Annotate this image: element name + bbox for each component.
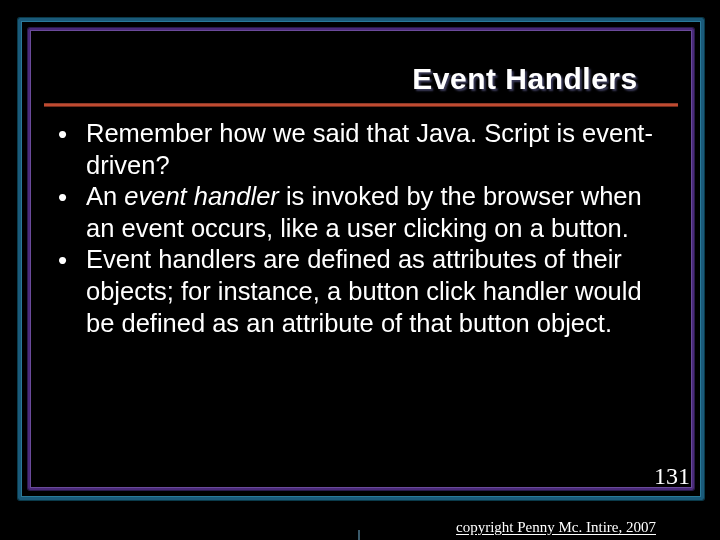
bullet-text: An	[86, 182, 124, 210]
list-item: An event handler is invoked by the brows…	[56, 181, 674, 244]
bullet-em: event handler	[124, 182, 279, 210]
slide-title: Event Handlers	[370, 62, 680, 96]
bullet-list: Remember how we said that Java. Script i…	[56, 118, 674, 339]
title-underline	[44, 103, 678, 106]
bullet-text: Event handlers are defined as attributes…	[86, 245, 642, 336]
bottom-bar: copyright Penny Mc. Intire, 2007	[0, 514, 720, 540]
copyright-text: copyright Penny Mc. Intire, 2007	[456, 519, 656, 536]
page-number: 131	[654, 463, 690, 490]
list-item: Remember how we said that Java. Script i…	[56, 118, 674, 181]
bottom-tick	[358, 530, 360, 540]
slide-body: Remember how we said that Java. Script i…	[56, 118, 674, 339]
slide: Event Handlers Remember how we said that…	[0, 0, 720, 540]
bullet-text: Remember how we said that Java. Script i…	[86, 119, 653, 179]
list-item: Event handlers are defined as attributes…	[56, 244, 674, 339]
